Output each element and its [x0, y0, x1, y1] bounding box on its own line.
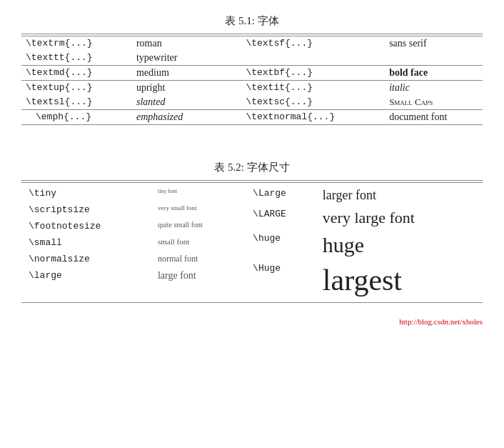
- desc-cell: sans serif: [385, 36, 483, 51]
- desc-cell: emphasized: [132, 110, 213, 124]
- table-row: \textsl{...} slanted \textsc{...} Small …: [21, 95, 483, 109]
- table1: \textrm{...} roman \textsf{...} sans ser…: [21, 36, 483, 124]
- table-row: \tiny tiny font \scriptsize very small f…: [21, 183, 483, 302]
- desc-cell: upright: [132, 81, 213, 95]
- table1-bottom-rule: [21, 124, 483, 125]
- table-row: \textup{...} upright \textit{...} italic: [21, 81, 483, 95]
- cmd-cell: \Large: [247, 185, 320, 206]
- cmd-cell: \textup{...}: [21, 81, 132, 95]
- desc-cell: quite small font: [155, 218, 238, 234]
- desc-cell: tiny font: [155, 185, 238, 201]
- desc-cell: Small Caps: [385, 95, 483, 109]
- cmd-cell: \normalsize: [26, 251, 155, 267]
- cmd-cell: \textsf{...}: [241, 36, 385, 51]
- desc-cell: roman: [132, 36, 213, 51]
- cmd-cell: \textrm{...}: [21, 36, 132, 51]
- cmd-cell: \texttt{...}: [21, 51, 132, 65]
- table2-left: \tiny tiny font \scriptsize very small f…: [26, 185, 238, 284]
- table-row: \texttt{...} typewriter: [21, 51, 483, 65]
- cmd-cell: \emph{...}: [21, 110, 132, 124]
- table2-bottom-rule: [21, 302, 483, 303]
- cmd-cell: \Huge: [247, 260, 320, 300]
- table-row: \Huge largest: [247, 260, 478, 300]
- table-row: \emph{...} emphasized \textnormal{...} d…: [21, 110, 483, 124]
- desc-cell: bold face: [385, 66, 483, 80]
- cmd-cell: \textsc{...}: [241, 95, 385, 109]
- table-row: \Large larger font: [247, 185, 478, 206]
- desc-cell: larger font: [320, 185, 478, 206]
- desc-cell: largest: [320, 260, 478, 300]
- desc-cell: typewriter: [132, 51, 213, 65]
- table-row: \textmd{...} medium \textbf{...} bold fa…: [21, 66, 483, 80]
- table2-title: 表 5.2: 字体尺寸: [21, 161, 483, 174]
- table1-title: 表 5.1: 字体: [21, 14, 483, 28]
- table-row: \small small font: [26, 234, 238, 251]
- table2-section: 表 5.2: 字体尺寸 \tiny tiny font \scriptsize: [21, 161, 483, 303]
- cmd-cell: \textit{...}: [241, 81, 385, 95]
- cmd-cell: \tiny: [26, 185, 155, 201]
- table-row: \scriptsize very small font: [26, 201, 238, 218]
- desc-cell: medium: [132, 66, 213, 80]
- cmd-cell: \textmd{...}: [21, 66, 132, 80]
- table-row: \normalsize normal font: [26, 251, 238, 267]
- table-row: \footnotesize quite small font: [26, 218, 238, 234]
- table-row: \large large font: [26, 267, 238, 284]
- desc-cell: document font: [385, 110, 483, 124]
- desc-cell: very small font: [155, 201, 238, 218]
- desc-cell: normal font: [155, 251, 238, 267]
- table-row: \LARGE very large font: [247, 206, 478, 230]
- table2-right: \Large larger font \LARGE very large fon…: [247, 185, 478, 300]
- desc-cell: small font: [155, 234, 238, 251]
- spacer: [0, 139, 504, 154]
- cmd-cell: \huge: [247, 230, 320, 260]
- cmd-cell: \LARGE: [247, 206, 320, 230]
- table-row: \huge huge: [247, 230, 478, 260]
- cmd-cell: \textnormal{...}: [241, 110, 385, 124]
- cmd-cell: \scriptsize: [26, 201, 155, 218]
- table1-section: 表 5.1: 字体 \textrm{...} roman \textsf{...…: [21, 14, 483, 125]
- desc-cell: very large font: [320, 206, 478, 230]
- table-row: \textrm{...} roman \textsf{...} sans ser…: [21, 36, 483, 51]
- watermark: http://blog.csdn.net/xholes: [0, 317, 483, 326]
- desc-cell: italic: [385, 81, 483, 95]
- desc-cell: large font: [155, 267, 238, 284]
- table-row: \tiny tiny font: [26, 185, 238, 201]
- desc-cell: slanted: [132, 95, 213, 109]
- table2: \tiny tiny font \scriptsize very small f…: [21, 183, 483, 302]
- cmd-cell: \textsl{...}: [21, 95, 132, 109]
- cmd-cell: \footnotesize: [26, 218, 155, 234]
- cmd-cell: \textbf{...}: [241, 66, 385, 80]
- cmd-cell: \small: [26, 234, 155, 251]
- cmd-cell: \large: [26, 267, 155, 284]
- desc-cell: huge: [320, 230, 478, 260]
